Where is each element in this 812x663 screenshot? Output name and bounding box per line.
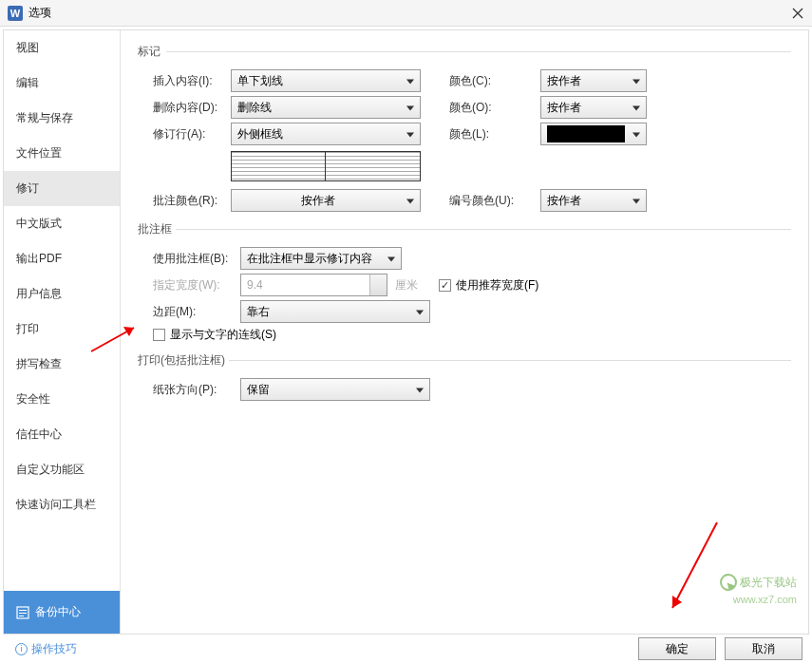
sidebar-item-output-pdf[interactable]: 输出PDF	[4, 241, 120, 276]
titlebar: W 选项	[0, 0, 812, 27]
color-l-combo[interactable]	[540, 123, 647, 145]
comment-color-label: 批注颜色(R):	[153, 193, 225, 209]
fieldset-print: 打印(包括批注框) 纸张方向(P): 保留	[138, 350, 791, 401]
watermark: 极光下载站	[720, 573, 797, 591]
sidebar-item-file-location[interactable]: 文件位置	[4, 136, 120, 171]
sidebar-item-edit[interactable]: 编辑	[4, 66, 120, 101]
checkbox-icon	[439, 279, 451, 292]
comment-color-combo[interactable]: 按作者	[231, 189, 421, 212]
sidebar-item-quick-toolbar[interactable]: 快速访问工具栏	[4, 487, 120, 522]
tips-label: 操作技巧	[31, 641, 77, 657]
sidebar-item-general[interactable]: 常规与保存	[4, 101, 120, 136]
cancel-button[interactable]: 取消	[725, 637, 803, 660]
number-color-label: 编号颜色(U):	[449, 193, 535, 209]
close-button[interactable]	[791, 7, 804, 20]
sidebar-item-security[interactable]: 安全性	[4, 382, 120, 417]
svg-rect-2	[19, 613, 27, 614]
color-o-combo[interactable]: 按作者	[540, 96, 647, 119]
sidebar-item-customize-ribbon[interactable]: 自定义功能区	[4, 452, 120, 487]
legend-mark: 标记	[138, 45, 164, 58]
revision-border-preview	[231, 151, 791, 181]
use-comment-combo[interactable]: 在批注框中显示修订内容	[240, 247, 402, 270]
width-unit: 厘米	[395, 277, 418, 294]
use-comment-label: 使用批注框(B):	[153, 251, 235, 267]
sidebar-item-chinese-layout[interactable]: 中文版式	[4, 206, 120, 241]
watermark-url: www.xz7.com	[733, 594, 797, 605]
checkbox-icon	[153, 329, 165, 341]
delete-label: 删除内容(D):	[153, 100, 225, 116]
width-spinner: 9.4	[240, 274, 387, 296]
annotation-arrow-2	[646, 513, 731, 627]
sidebar-item-revision[interactable]: 修订	[4, 171, 120, 206]
width-label: 指定宽度(W):	[153, 277, 235, 294]
number-color-combo[interactable]: 按作者	[540, 189, 647, 212]
backup-center-label: 备份中心	[35, 604, 81, 620]
recommend-width-checkbox[interactable]: 使用推荐宽度(F)	[439, 277, 538, 294]
paper-orientation-combo[interactable]: 保留	[240, 378, 430, 401]
svg-line-6	[672, 522, 717, 608]
show-line-label: 显示与文字的连线(S)	[170, 327, 276, 343]
color-c-label: 颜色(C):	[449, 73, 535, 89]
legend-print: 打印(包括批注框)	[138, 353, 229, 367]
legend-comment-box: 批注框	[138, 222, 176, 236]
margin-combo[interactable]: 靠右	[240, 300, 430, 323]
insert-label: 插入内容(I):	[153, 73, 225, 89]
footer: i 操作技巧 确定 取消	[0, 635, 812, 663]
insert-content-combo[interactable]: 单下划线	[231, 69, 421, 92]
svg-rect-1	[19, 610, 27, 611]
ok-button[interactable]: 确定	[638, 637, 716, 660]
backup-center-button[interactable]: 备份中心	[4, 591, 120, 634]
delete-content-combo[interactable]: 删除线	[231, 96, 421, 119]
color-c-combo[interactable]: 按作者	[540, 69, 647, 92]
recommend-width-label: 使用推荐宽度(F)	[456, 277, 538, 294]
paper-label: 纸张方向(P):	[153, 382, 235, 398]
revise-label: 修订行(A):	[153, 126, 225, 142]
revise-combo[interactable]: 外侧框线	[231, 123, 421, 145]
backup-icon	[16, 606, 29, 619]
sidebar-item-view[interactable]: 视图	[4, 30, 120, 66]
color-l-label: 颜色(L):	[449, 126, 535, 142]
fieldset-mark: 标记 插入内容(I): 单下划线 颜色(C): 按作者 删除内容(D): 删除线…	[138, 42, 791, 212]
sidebar-item-trust-center[interactable]: 信任中心	[4, 417, 120, 452]
svg-marker-5	[123, 327, 134, 336]
tips-icon: i	[15, 643, 28, 655]
tips-link[interactable]: i 操作技巧	[15, 641, 77, 657]
app-icon: W	[8, 6, 23, 21]
margin-label: 边距(M):	[153, 304, 235, 320]
show-line-checkbox[interactable]: 显示与文字的连线(S)	[153, 327, 276, 343]
color-swatch-black	[547, 125, 625, 142]
close-icon	[792, 8, 803, 19]
fieldset-comment-box: 批注框 使用批注框(B): 在批注框中显示修订内容 指定宽度(W): 9.4 厘…	[138, 219, 791, 343]
dialog-title: 选项	[28, 5, 51, 21]
svg-rect-3	[19, 616, 24, 616]
color-o-label: 颜色(O):	[449, 100, 535, 116]
annotation-arrow-1	[82, 304, 148, 361]
